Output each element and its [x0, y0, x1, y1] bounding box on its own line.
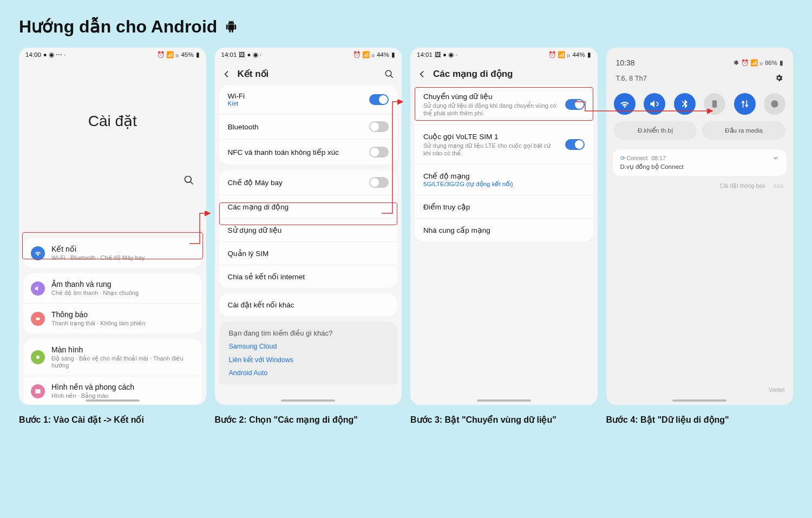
- qs-bluetooth[interactable]: [674, 93, 696, 115]
- row-sound-sub: Chế độ âm thanh · Nhạc chuông: [51, 290, 139, 297]
- speaker-icon: [34, 285, 42, 292]
- notif-clear-link[interactable]: Xóa: [773, 182, 783, 189]
- back-icon[interactable]: [418, 70, 427, 78]
- status-time: 14:01: [417, 51, 433, 58]
- status-battery: 44%: [377, 51, 389, 58]
- gesture-bar: [86, 399, 140, 402]
- link-android-auto[interactable]: Android Auto: [229, 369, 388, 377]
- status-bar: 14:01 🖼 ● ◉ · ⏰ 📶 ₎₎ 44% ▮: [215, 48, 402, 61]
- plane-label: Chế độ Máy bay: [228, 178, 283, 187]
- row-wall-title: Hình nền và phong cách: [51, 383, 134, 391]
- search-icon[interactable]: [184, 175, 194, 186]
- status-icons-right: ⏰ 📶 ₎₎: [548, 51, 570, 58]
- row-display[interactable]: Màn hình Độ sáng · Bảo vệ cho mắt thoải …: [23, 339, 202, 376]
- row-mobile-networks[interactable]: Các mạng di động: [219, 195, 398, 218]
- svg-point-3: [36, 356, 40, 359]
- svg-point-8: [771, 100, 778, 107]
- status-icons-right: ✱ ⏰ 📶 ₎₎: [734, 59, 763, 67]
- toggle-bluetooth[interactable]: [369, 121, 389, 132]
- svg-rect-4: [35, 389, 40, 393]
- row-nfc[interactable]: NFC và thanh toán không tiếp xúc: [219, 139, 398, 165]
- svg-line-1: [190, 182, 193, 185]
- toggle-airplane[interactable]: [369, 177, 389, 188]
- battery-icon: ▮: [196, 51, 200, 58]
- search-icon[interactable]: [384, 69, 394, 79]
- row-notif-title: Thông báo: [51, 310, 146, 319]
- row-apn[interactable]: Điểm truy cập: [415, 195, 593, 218]
- wifi-label: Wi-Fi: [228, 92, 364, 100]
- wifi-icon: [34, 250, 42, 257]
- gear-icon[interactable]: [775, 74, 783, 82]
- caption-4: Bước 4: Bật "Dữ liệu di động": [606, 415, 794, 425]
- status-battery: 86%: [765, 60, 777, 66]
- row-more-conn[interactable]: Cài đặt kết nối khác: [219, 293, 398, 316]
- extras-panel: Bạn đang tìm kiếm điều gì khác? Samsung …: [219, 322, 398, 384]
- caption-2: Bước 2: Chọn "Các mạng di động": [215, 415, 402, 425]
- toggle-volte[interactable]: [565, 139, 585, 150]
- row-provider[interactable]: Nhà cung cấp mạng: [415, 218, 593, 241]
- mode-title: Chế độ mạng: [423, 172, 585, 180]
- media-output-button[interactable]: Đầu ra media: [702, 121, 785, 140]
- link-windows[interactable]: Liên kết với Windows: [229, 356, 388, 364]
- toggle-nfc[interactable]: [369, 147, 389, 158]
- row-sound[interactable]: Âm thanh và rung Chế độ âm thanh · Nhạc …: [23, 273, 202, 303]
- row-network-mode[interactable]: Chế độ mạng 5G/LTE/3G/2G (tự động kết nố…: [415, 164, 593, 195]
- header-title: Kết nối: [238, 68, 378, 80]
- status-battery: 44%: [572, 51, 585, 58]
- gallery-icon: [34, 388, 42, 395]
- row-connections-title: Kết nối: [51, 245, 145, 253]
- qs-date: T.6, 8 Th7: [616, 74, 647, 82]
- notif-settings-link[interactable]: Cài đặt thông báo: [720, 182, 765, 189]
- row-notifications[interactable]: Thông báo Thanh trạng thái · Không làm p…: [23, 303, 202, 333]
- caption-3: Bước 3: Bật "Chuyển vùng dữ liệu": [410, 415, 598, 425]
- brightness-icon: [34, 353, 42, 361]
- status-bar: 14:00 ● ◉ ⋯ · ⏰ 📶 ₎₎ 45% ▮: [19, 48, 206, 61]
- nfc-label: NFC và thanh toán không tiếp xúc: [228, 148, 339, 156]
- page-title: Hướng dẫn cho Android: [19, 16, 217, 37]
- qs-mobile-data[interactable]: [734, 93, 756, 115]
- notification-card[interactable]: ⟳ Connect 08:17 D.vụ đồng bộ Connect: [613, 149, 787, 176]
- toggle-roaming[interactable]: [565, 99, 585, 110]
- chevron-down-icon[interactable]: [772, 155, 779, 161]
- row-volte[interactable]: Cuộc gọi VoLTE SIM 1 Sử dụng mạng dữ liệ…: [415, 124, 593, 165]
- status-icons-left: 🖼 ● ◉ ·: [239, 51, 261, 58]
- apn-label: Điểm truy cập: [423, 202, 470, 211]
- status-time: 14:00: [25, 51, 41, 58]
- row-sound-title: Âm thanh và rung: [51, 280, 139, 288]
- back-icon[interactable]: [222, 70, 231, 78]
- qs-sound[interactable]: [644, 93, 665, 115]
- notif-icon: [34, 315, 42, 323]
- row-wifi[interactable]: Wi-Fi Kiet: [219, 85, 398, 114]
- android-icon: [225, 20, 237, 33]
- svg-point-5: [385, 70, 391, 76]
- qs-wifi[interactable]: [614, 93, 636, 115]
- row-bluetooth[interactable]: Bluetooth: [219, 114, 398, 139]
- qs-rotate[interactable]: [704, 93, 725, 115]
- status-icons-left: 🖼 ● ◉ ·: [435, 51, 457, 58]
- wifi-name: Kiet: [228, 100, 364, 107]
- row-airplane[interactable]: Chế độ Máy bay: [219, 170, 398, 195]
- svg-rect-2: [36, 317, 40, 320]
- row-roaming[interactable]: Chuyển vùng dữ liệu Sử dụng dữ liệu di đ…: [415, 85, 593, 124]
- row-sim[interactable]: Quản lý SIM: [219, 241, 398, 265]
- caption-1: Bước 1: Vào Cài đặt -> Kết nối: [19, 415, 206, 425]
- row-connections-sub: Wi-Fi · Bluetooth · Chế độ Máy bay: [51, 254, 145, 261]
- svg-line-6: [390, 75, 393, 78]
- row-tether[interactable]: Chia sẻ kết nối internet: [219, 265, 398, 288]
- extras-title: Bạn đang tìm kiếm điều gì khác?: [229, 329, 388, 337]
- mode-sub: 5G/LTE/3G/2G (tự động kết nối): [423, 180, 585, 188]
- qs-dnd[interactable]: [764, 93, 785, 115]
- status-battery: 45%: [181, 51, 193, 58]
- bt-label: Bluetooth: [228, 123, 259, 131]
- status-bar: 14:01 🖼 ● ◉ · ⏰ 📶 ₎₎ 44% ▮: [410, 48, 598, 61]
- row-data-usage[interactable]: Sử dụng dữ liệu: [219, 218, 398, 241]
- volte-desc: Sử dụng mạng dữ liệu LTE cho cuộc gọi bấ…: [423, 142, 560, 158]
- link-samsung-cloud[interactable]: Samsung Cloud: [229, 343, 388, 350]
- toggle-wifi[interactable]: [369, 94, 389, 105]
- mob-label: Các mạng di động: [228, 202, 289, 211]
- device-control-button[interactable]: Đ.khiển th.bị: [614, 121, 697, 140]
- svg-rect-7: [712, 100, 717, 107]
- mobile-networks-screen: 14:01 🖼 ● ◉ · ⏰ 📶 ₎₎ 44% ▮ Các mạng di đ…: [410, 48, 598, 405]
- other-label: Cài đặt kết nối khác: [228, 300, 294, 309]
- row-connections[interactable]: Kết nối Wi-Fi · Bluetooth · Chế độ Máy b…: [23, 238, 202, 268]
